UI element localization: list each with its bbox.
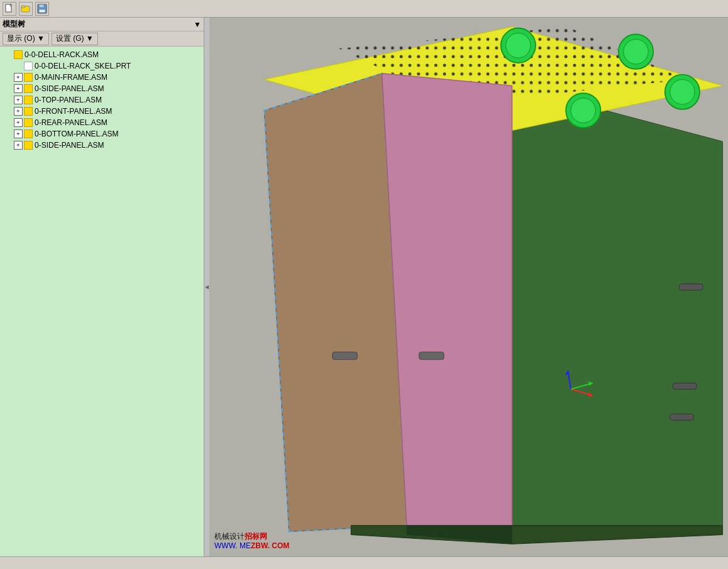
svg-rect-33 — [673, 383, 697, 389]
3d-viewport[interactable]: 机械设计招标网 WWW. MEZBW. COM — [209, 18, 728, 556]
model-tree-panel: 模型树 ▼ 显示 (O) ▼ 设置 (G) ▼ 0-0-DELL-RACK.AS… — [0, 18, 204, 556]
tree-item-front-panel[interactable]: +0-FRONT-PANEL.ASM — [1, 106, 202, 117]
tree-expand-side-panel1[interactable]: + — [14, 84, 23, 93]
panel-splitter[interactable] — [204, 18, 209, 556]
tree-expand-rear-panel[interactable]: + — [14, 118, 23, 127]
tree-item-side-panel1[interactable]: +0-SIDE-PANEL.ASM — [1, 83, 202, 94]
tree-icon-bottom-panel — [24, 130, 33, 138]
tree-icon-main-frame — [24, 73, 33, 82]
tree-icon-side-panel1 — [24, 84, 33, 93]
watermark-url-3: . COM — [268, 541, 290, 550]
settings-menu-button[interactable]: 设置 (G) ▼ — [52, 33, 98, 45]
model-svg — [209, 18, 728, 556]
tree-label-skel: 0-0-DELL-RACK_SKEL.PRT — [35, 62, 131, 70]
toolbar-open-icon[interactable] — [19, 2, 33, 16]
tree-spacer-skel — [14, 62, 23, 70]
svg-rect-5 — [39, 4, 44, 8]
tree-label-rear-panel: 0-REAR-PANEL.ASM — [35, 118, 108, 127]
panel-title: 模型树 — [3, 19, 25, 30]
tree-item-skel[interactable]: 0-0-DELL-RACK_SKEL.PRT — [1, 60, 202, 72]
tree-icon-side-panel2 — [24, 141, 33, 150]
tree-item-side-panel2[interactable]: +0-SIDE-PANEL.ASM — [1, 140, 202, 151]
watermark-url-2: ZBW — [251, 541, 268, 550]
svg-rect-29 — [333, 352, 357, 360]
watermark-line2: WWW. MEZBW. COM — [214, 541, 289, 551]
tree-label-root: 0-0-DELL-RACK.ASM — [25, 50, 99, 59]
tree-item-top-panel[interactable]: +0-TOP-PANEL.ASM — [1, 94, 202, 106]
display-menu-button[interactable]: 显示 (O) ▼ — [3, 33, 49, 45]
panel-menubar: 显示 (O) ▼ 设置 (G) ▼ — [0, 31, 204, 47]
tree-expand-top-panel[interactable]: + — [14, 96, 23, 104]
tree-label-side-panel2: 0-SIDE-PANEL.ASM — [35, 141, 104, 150]
tree-icon-top-panel — [24, 96, 33, 104]
svg-rect-34 — [670, 414, 693, 420]
tree-icon-front-panel — [24, 107, 33, 116]
tree-expand-main-frame[interactable]: + — [14, 73, 23, 82]
tree-expand-front-panel[interactable]: + — [14, 107, 23, 116]
tree-label-top-panel: 0-TOP-PANEL.ASM — [35, 96, 102, 104]
svg-rect-32 — [679, 284, 702, 290]
svg-point-19 — [670, 80, 695, 104]
tree-item-rear-panel[interactable]: +0-REAR-PANEL.ASM — [1, 117, 202, 128]
svg-rect-31 — [419, 352, 444, 360]
model-tree-container[interactable]: 0-0-DELL-RACK.ASM0-0-DELL-RACK_SKEL.PRT+… — [0, 47, 204, 556]
watermark-text-mech: 机械设计 — [214, 532, 245, 541]
tree-label-main-frame: 0-MAIN-FRAME.ASM — [35, 73, 108, 82]
svg-marker-8 — [512, 86, 722, 525]
toolbar-new-icon[interactable] — [3, 2, 16, 16]
svg-point-15 — [506, 33, 531, 58]
main-layout: 模型树 ▼ 显示 (O) ▼ 设置 (G) ▼ 0-0-DELL-RACK.AS… — [0, 18, 728, 556]
tree-item-root[interactable]: 0-0-DELL-RACK.ASM — [1, 49, 202, 60]
toolbar-save-icon[interactable] — [35, 2, 49, 16]
tree-expand-side-panel2[interactable]: + — [14, 141, 23, 150]
panel-collapse-arrow[interactable]: ▼ — [194, 20, 201, 29]
tree-label-bottom-panel: 0-BOTTOM-PANEL.ASM — [35, 130, 119, 138]
tree-expand-bottom-panel[interactable]: + — [14, 130, 23, 138]
panel-title-bar: 模型树 ▼ — [0, 18, 204, 31]
watermark-text-bid: 招标网 — [245, 532, 267, 541]
tree-item-main-frame[interactable]: +0-MAIN-FRAME.ASM — [1, 72, 202, 83]
tree-icon-root — [14, 50, 23, 59]
watermark-url-1: WWW. ME — [214, 541, 251, 550]
svg-point-21 — [571, 98, 595, 123]
watermark-line1: 机械设计招标网 — [214, 532, 289, 542]
watermark: 机械设计招标网 WWW. MEZBW. COM — [214, 532, 289, 551]
toolbar — [0, 0, 728, 18]
tree-icon-rear-panel — [24, 118, 33, 127]
svg-rect-3 — [21, 6, 25, 8]
tree-label-front-panel: 0-FRONT-PANEL.ASM — [35, 107, 112, 116]
svg-rect-6 — [39, 9, 45, 13]
tree-item-bottom-panel[interactable]: +0-BOTTOM-PANEL.ASM — [1, 128, 202, 140]
svg-point-17 — [624, 39, 648, 64]
tree-label-side-panel1: 0-SIDE-PANEL.ASM — [35, 84, 104, 93]
statusbar — [0, 556, 728, 569]
tree-icon-skel — [24, 62, 33, 70]
tree-spacer-root — [4, 50, 13, 59]
